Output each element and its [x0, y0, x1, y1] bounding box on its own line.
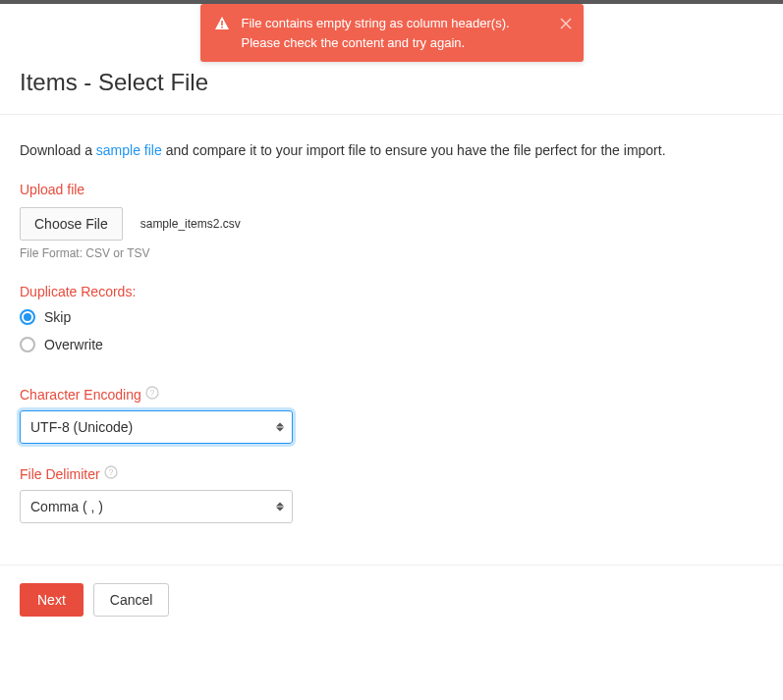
- duplicate-radio-group: Skip Overwrite: [20, 309, 763, 352]
- delimiter-label: File Delimiter ?: [20, 465, 763, 482]
- svg-rect-1: [221, 27, 223, 28]
- page-title: Items - Select File: [20, 69, 763, 96]
- choose-file-button[interactable]: Choose File: [20, 207, 123, 241]
- help-icon[interactable]: ?: [104, 465, 118, 482]
- duplicate-label: Duplicate Records:: [20, 284, 763, 299]
- radio-label: Overwrite: [44, 337, 103, 352]
- warning-icon: [214, 16, 230, 37]
- footer-actions: Next Cancel: [0, 565, 783, 634]
- radio-icon: [20, 309, 35, 325]
- svg-text:?: ?: [149, 388, 154, 398]
- radio-overwrite[interactable]: Overwrite: [20, 337, 763, 352]
- svg-text:?: ?: [108, 467, 113, 477]
- upload-label: Upload file: [20, 182, 763, 197]
- uploaded-filename: sample_items2.csv: [140, 217, 241, 231]
- encoding-value: UTF-8 (Unicode): [20, 410, 293, 444]
- delimiter-value: Comma ( , ): [20, 490, 293, 523]
- delimiter-select[interactable]: Comma ( , ): [20, 490, 293, 523]
- help-icon[interactable]: ?: [145, 386, 159, 403]
- close-icon[interactable]: [560, 16, 572, 35]
- svg-rect-0: [221, 21, 223, 26]
- download-hint: Download a sample file and compare it to…: [20, 142, 763, 158]
- file-format-hint: File Format: CSV or TSV: [20, 246, 763, 260]
- cancel-button[interactable]: Cancel: [93, 583, 170, 617]
- next-button[interactable]: Next: [20, 583, 84, 617]
- sample-file-link[interactable]: sample file: [96, 142, 162, 158]
- encoding-select[interactable]: UTF-8 (Unicode): [20, 410, 293, 444]
- encoding-label: Character Encoding ?: [20, 386, 763, 403]
- radio-skip[interactable]: Skip: [20, 309, 763, 325]
- error-alert: File contains empty string as column hea…: [200, 4, 584, 62]
- alert-message: File contains empty string as column hea…: [242, 14, 544, 52]
- radio-label: Skip: [44, 309, 71, 325]
- content-area: Download a sample file and compare it to…: [0, 115, 783, 565]
- radio-icon: [20, 337, 35, 352]
